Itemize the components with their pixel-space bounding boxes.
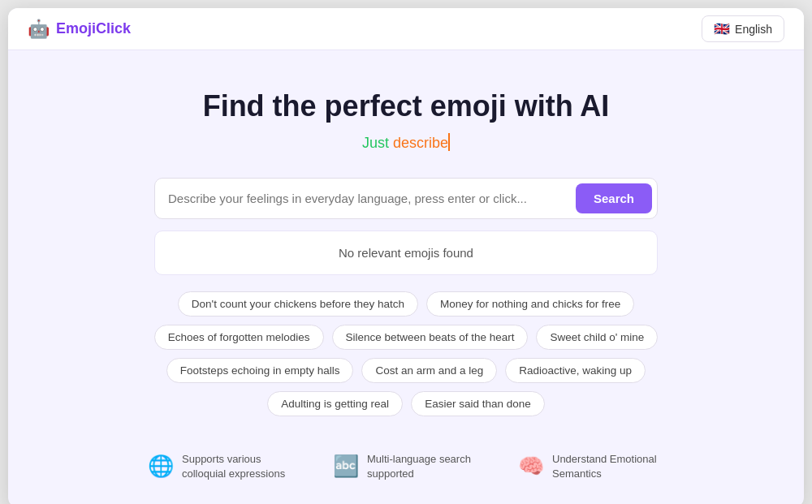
search-button[interactable]: Search <box>576 183 652 213</box>
navbar: 🤖 EmojiClick 🇬🇧 English <box>8 8 804 50</box>
feature-item: 🧠Understand Emotional Semantics <box>518 452 664 481</box>
suggestion-chip[interactable]: Footsteps echoing in empty halls <box>166 358 354 383</box>
suggestion-chip[interactable]: Silence between beats of the heart <box>332 325 529 350</box>
logo-link[interactable]: 🤖 EmojiClick <box>28 19 131 40</box>
suggestion-chip[interactable]: Sweet child o' mine <box>536 325 658 350</box>
feature-text: Multi-language search supported <box>367 452 479 481</box>
language-label: English <box>735 23 772 36</box>
feature-item: 🌐Supports various colloquial expressions <box>148 452 294 481</box>
page-subtitle: Just describe <box>362 133 450 152</box>
cursor-blink <box>448 133 450 151</box>
no-results-text: No relevant emojis found <box>339 246 473 260</box>
language-button[interactable]: 🇬🇧 English <box>702 15 784 42</box>
subtitle-describe: describe <box>393 135 448 151</box>
main-content: Find the perfect emoji with AI Just desc… <box>8 50 804 504</box>
flag-icon: 🇬🇧 <box>714 21 730 37</box>
suggestion-chip[interactable]: Don't count your chickens before they ha… <box>178 291 418 317</box>
app-window: 🤖 EmojiClick 🇬🇧 English Find the perfect… <box>8 8 804 504</box>
search-container: Search <box>154 178 658 219</box>
feature-text: Supports various colloquial expressions <box>182 452 294 481</box>
feature-text: Understand Emotional Semantics <box>552 452 664 481</box>
logo-icon: 🤖 <box>28 19 50 40</box>
page-headline: Find the perfect emoji with AI <box>203 89 610 123</box>
subtitle-just: Just <box>362 135 393 151</box>
suggestions-list: Don't count your chickens before they ha… <box>97 291 715 416</box>
features-section: 🌐Supports various colloquial expressions… <box>148 446 664 481</box>
suggestion-chip[interactable]: Easier said than done <box>411 391 545 416</box>
logo-text: EmojiClick <box>56 20 131 37</box>
search-input[interactable] <box>168 192 576 205</box>
suggestion-chip[interactable]: Echoes of forgotten melodies <box>154 325 324 350</box>
feature-icon: 🌐 <box>148 454 174 479</box>
suggestion-chip[interactable]: Adulting is getting real <box>267 391 403 416</box>
feature-item: 🔤Multi-language search supported <box>333 452 479 481</box>
results-box: No relevant emojis found <box>154 230 658 275</box>
suggestion-chip[interactable]: Radioactive, waking up <box>505 358 646 383</box>
suggestion-chip[interactable]: Money for nothing and chicks for free <box>426 291 634 317</box>
feature-icon: 🧠 <box>518 454 544 479</box>
feature-icon: 🔤 <box>333 454 359 479</box>
suggestion-chip[interactable]: Cost an arm and a leg <box>361 358 497 383</box>
